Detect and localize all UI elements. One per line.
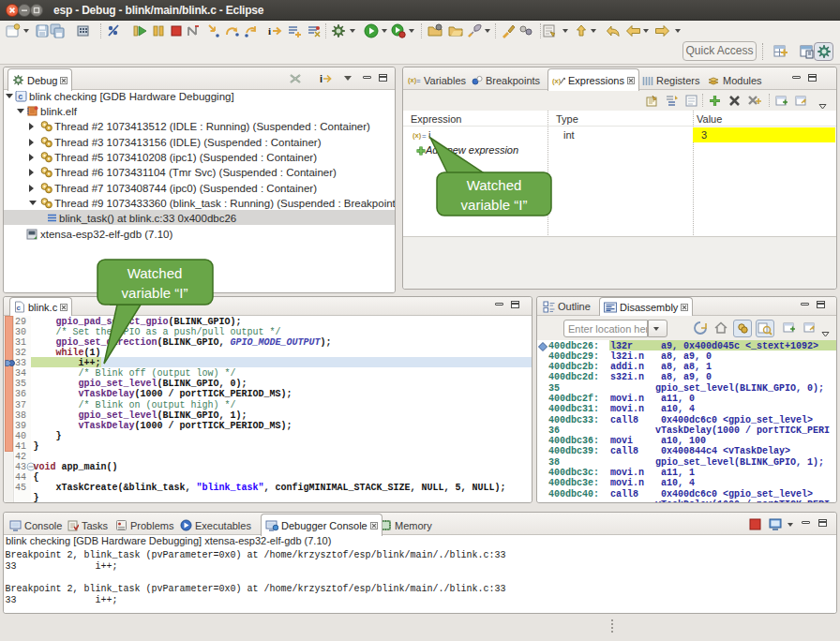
svg-text:(x): (x) — [552, 77, 562, 85]
svg-text:i: i — [320, 73, 322, 84]
svg-text:i: i — [268, 25, 271, 37]
svg-text:variable “I”: variable “I” — [461, 197, 528, 213]
svg-text:Watched: Watched — [128, 265, 183, 281]
svg-text:c: c — [18, 92, 22, 101]
svg-text:(x): (x) — [412, 131, 422, 140]
svg-text:Watched: Watched — [467, 177, 522, 193]
svg-text:=: = — [416, 77, 421, 85]
svg-text:variable “I”: variable “I” — [122, 285, 188, 301]
svg-text:c: c — [17, 304, 22, 312]
